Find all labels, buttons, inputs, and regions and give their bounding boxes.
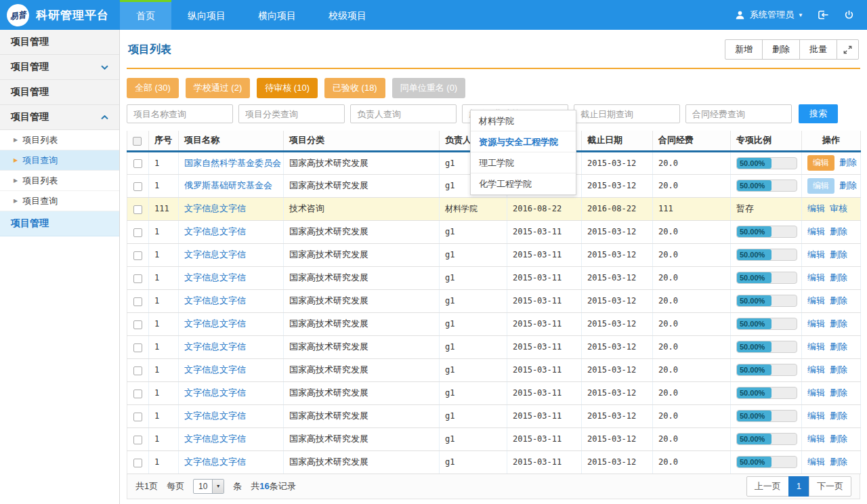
sidebar-group-project-management-3[interactable]: 项目管理 [0, 80, 119, 105]
fullscreen-button[interactable] [837, 39, 859, 60]
sidebar-group-project-management-2[interactable]: 项目管理 [0, 55, 119, 80]
sidebar-group-project-management-1[interactable]: 项目管理 [0, 30, 119, 55]
delete-link[interactable]: 删除 [839, 157, 857, 167]
project-name-link[interactable]: 文字信息文字信 [184, 411, 246, 421]
edit-link[interactable]: 编辑 [807, 272, 825, 282]
edit-link[interactable]: 编辑 [807, 226, 825, 236]
delete-link[interactable]: 删除 [830, 341, 847, 352]
row-checkbox[interactable] [133, 320, 142, 329]
delete-link[interactable]: 删除 [830, 387, 847, 398]
sidebar-item-label: 项目查询 [22, 154, 58, 167]
edit-link[interactable]: 编辑 [807, 295, 825, 306]
project-name-link[interactable]: 文字信息文字信 [184, 434, 246, 444]
project-name-link[interactable]: 文字信息文字信 [184, 249, 246, 259]
switch-account-icon[interactable] [817, 9, 829, 21]
project-name-link[interactable]: 文字信息文字信 [184, 341, 246, 352]
add-button[interactable]: 新增 [725, 39, 763, 60]
edit-link[interactable]: 编辑 [807, 457, 825, 467]
filter-tab-school-approved[interactable]: 学校通过 (2) [186, 78, 251, 98]
ratio-cell: 50.00% [731, 450, 802, 474]
project-name-link[interactable]: 文字信息文字信 [184, 318, 246, 329]
edit-button[interactable]: 编辑 [807, 178, 834, 194]
search-button[interactable]: 搜索 [799, 104, 838, 123]
delete-link[interactable]: 删除 [839, 180, 857, 190]
sidebar-group-project-management-5[interactable]: 项目管理 [0, 211, 119, 236]
project-name-link[interactable]: 文字信息文字信 [184, 226, 246, 236]
edit-link[interactable]: 编辑 [807, 387, 825, 398]
edit-link[interactable]: 编辑 [807, 341, 825, 352]
row-checkbox[interactable] [133, 413, 142, 421]
fee-input[interactable] [685, 104, 792, 123]
project-name-link[interactable]: 国家自然科学基金委员会 [184, 158, 281, 168]
edit-link[interactable]: 编辑 [807, 411, 825, 421]
row-checkbox[interactable] [133, 182, 142, 191]
sidebar-item-project-list-1[interactable]: ▶ 项目列表 [0, 130, 119, 150]
project-category-input[interactable] [238, 104, 345, 123]
sidebar-item-project-list-2[interactable]: ▶ 项目列表 [0, 171, 119, 191]
project-name-link[interactable]: 文字信息文字信 [184, 457, 246, 467]
row-checkbox[interactable] [133, 297, 142, 306]
delete-link[interactable]: 删除 [830, 318, 847, 329]
sidebar-group-project-management-4[interactable]: 项目管理 [0, 105, 119, 130]
dropdown-item-science-college[interactable]: 理工学院 [471, 152, 576, 173]
power-icon[interactable] [843, 9, 855, 21]
project-name-input[interactable] [127, 104, 233, 123]
user-menu[interactable]: 系统管理员 ▼ [734, 9, 803, 21]
edit-link[interactable]: 编辑 [807, 318, 825, 329]
delete-button[interactable]: 删除 [762, 39, 800, 60]
row-checkbox[interactable] [133, 390, 142, 398]
batch-button[interactable]: 批量 [799, 39, 837, 60]
dropdown-item-resources-safety-college[interactable]: 资源与安全工程学院 [471, 131, 576, 152]
delete-link[interactable]: 删除 [830, 411, 847, 421]
edit-link[interactable]: 编辑 [807, 249, 825, 259]
row-checkbox[interactable] [133, 274, 142, 283]
delete-link[interactable]: 删除 [830, 295, 847, 306]
delete-link[interactable]: 删除 [830, 457, 847, 467]
edit-link[interactable]: 编辑 [807, 434, 825, 444]
nav-tab-home[interactable]: 首页 [120, 0, 171, 30]
project-name-link[interactable]: 文字信息文字信 [184, 272, 246, 282]
row-checkbox[interactable] [133, 251, 142, 260]
page-1-button[interactable]: 1 [788, 476, 809, 497]
nav-tab-vertical-projects[interactable]: 纵向项目 [171, 0, 242, 30]
end-date-input[interactable] [574, 104, 680, 123]
next-page-button[interactable]: 下一页 [809, 476, 851, 497]
leader-input[interactable] [350, 104, 457, 123]
page-size-select[interactable]: 10 ▼ [193, 479, 224, 494]
delete-link[interactable]: 删除 [830, 249, 847, 259]
row-checkbox[interactable] [133, 459, 142, 467]
row-checkbox[interactable] [133, 436, 142, 444]
dropdown-item-materials-college[interactable]: 材料学院 [471, 110, 576, 131]
filter-tab-accepted[interactable]: 已验收 (18) [324, 78, 385, 98]
project-name-link[interactable]: 文字信息文字信 [184, 364, 246, 375]
sidebar-item-project-query-2[interactable]: ▶ 项目查询 [0, 191, 119, 211]
edit-button[interactable]: 编辑 [807, 155, 834, 171]
select-all-checkbox[interactable] [133, 137, 142, 146]
filter-tab-pending-review[interactable]: 待审核 (10) [257, 78, 318, 98]
audit-link[interactable]: 审核 [830, 203, 847, 213]
row-checkbox[interactable] [133, 159, 142, 168]
row-checkbox[interactable] [133, 228, 142, 237]
sidebar-group-label: 项目管理 [11, 111, 49, 123]
filter-tab-all[interactable]: 全部 (30) [127, 78, 179, 98]
row-checkbox[interactable] [133, 205, 142, 214]
project-name-link[interactable]: 文字信息文字信 [184, 295, 246, 306]
edit-link[interactable]: 编辑 [807, 364, 825, 375]
delete-link[interactable]: 删除 [830, 226, 847, 236]
project-name-link[interactable]: 文字信息文字信 [184, 203, 246, 213]
delete-link[interactable]: 删除 [830, 364, 847, 375]
row-checkbox[interactable] [133, 343, 142, 352]
filter-tab-duplicate-name[interactable]: 同单位重名 (0) [392, 78, 466, 98]
edit-link[interactable]: 编辑 [807, 203, 825, 213]
delete-link[interactable]: 删除 [830, 272, 847, 282]
project-name-link[interactable]: 俄罗斯基础研究基金会 [184, 180, 272, 190]
end-date-cell: 2015-03-12 [582, 266, 653, 289]
project-name-link[interactable]: 文字信息文字信 [184, 387, 246, 398]
prev-page-button[interactable]: 上一页 [746, 476, 789, 497]
sidebar-item-project-query-1[interactable]: ▶ 项目查询 [0, 150, 119, 171]
delete-link[interactable]: 删除 [830, 434, 847, 444]
row-checkbox[interactable] [133, 366, 142, 375]
dropdown-item-chemical-college[interactable]: 化学工程学院 [471, 173, 576, 194]
nav-tab-school-projects[interactable]: 校级项目 [312, 0, 383, 30]
nav-tab-horizontal-projects[interactable]: 横向项目 [242, 0, 312, 30]
